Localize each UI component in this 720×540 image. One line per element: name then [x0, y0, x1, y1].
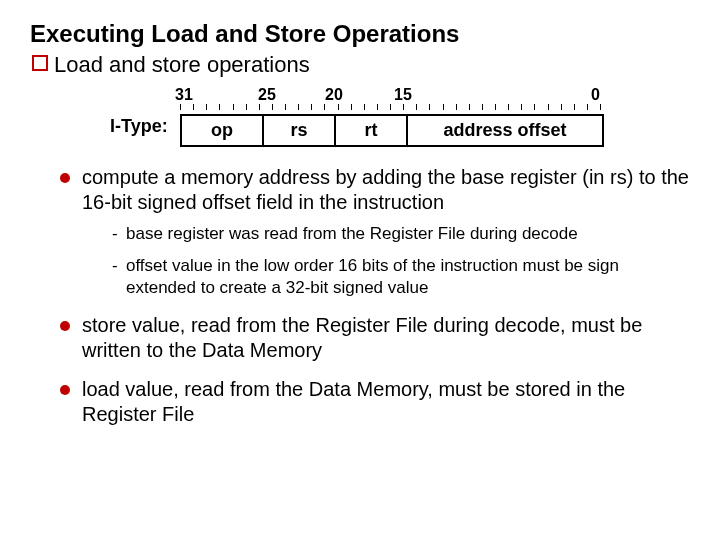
field-rt: rt: [334, 116, 406, 145]
bullet-store: store value, read from the Register File…: [60, 313, 690, 363]
main-bullet-list: compute a memory address by adding the b…: [30, 165, 690, 427]
bit-number-row: 31 25 20 15 0: [150, 86, 600, 104]
bit-0: 0: [591, 86, 600, 104]
sub-bullet-offset-sign-extend: offset value in the low order 16 bits of…: [112, 255, 690, 299]
field-rs: rs: [262, 116, 334, 145]
field-op: op: [182, 116, 262, 145]
bit-15: 15: [394, 86, 412, 104]
square-bullet-icon: [32, 55, 48, 71]
instruction-format-diagram: I-Type: 31 25 20 15 0 op rs rt address o…: [150, 86, 600, 147]
bullet-load: load value, read from the Data Memory, m…: [60, 377, 690, 427]
field-offset: address offset: [406, 116, 602, 145]
format-label: I-Type:: [110, 116, 168, 137]
bullet-compute-text: compute a memory address by adding the b…: [82, 166, 689, 213]
bit-25: 25: [258, 86, 276, 104]
sub-bullet-base-register: base register was read from the Register…: [112, 223, 690, 245]
slide-title: Executing Load and Store Operations: [30, 20, 690, 48]
field-boxes: op rs rt address offset: [180, 114, 604, 147]
bit-20: 20: [325, 86, 343, 104]
bullet-compute: compute a memory address by adding the b…: [60, 165, 690, 299]
bit-31: 31: [175, 86, 193, 104]
subhead-line: Load and store operations: [32, 52, 690, 78]
bit-ticks: [180, 104, 600, 114]
sub-bullet-list: base register was read from the Register…: [82, 223, 690, 299]
subhead-text: Load and store operations: [54, 52, 310, 77]
